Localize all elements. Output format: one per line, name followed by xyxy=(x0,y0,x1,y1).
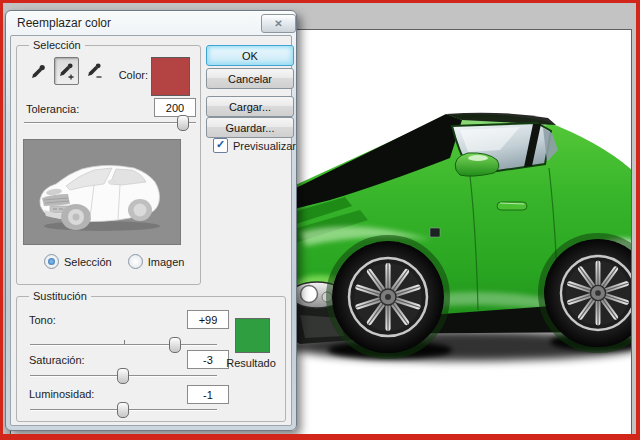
tolerance-slider[interactable] xyxy=(24,115,196,130)
add-eyedropper-icon xyxy=(58,63,75,80)
hue-slider-thumb[interactable] xyxy=(169,337,181,353)
dialog-title: Reemplazar color xyxy=(17,16,111,30)
color-label: Color: xyxy=(108,69,148,81)
lightness-label: Luminosidad: xyxy=(29,388,94,400)
check-icon: ✓ xyxy=(216,139,225,150)
tolerance-slider-thumb[interactable] xyxy=(177,115,189,131)
mode-image-label: Imagen xyxy=(148,256,185,268)
tolerance-slider-track[interactable] xyxy=(24,122,196,124)
load-button[interactable]: Cargar... xyxy=(206,96,294,117)
result-label: Resultado xyxy=(220,357,282,369)
lightness-slider-thumb[interactable] xyxy=(117,402,129,418)
preview-thumbnail xyxy=(24,140,180,244)
preview-checkbox-label: Previsualizar xyxy=(233,140,296,152)
eyedropper-icon xyxy=(30,63,47,80)
preview-mode-radios: Selección Imagen xyxy=(44,254,184,269)
saturation-slider-thumb[interactable] xyxy=(117,368,129,384)
selection-group-label: Selección xyxy=(29,39,85,51)
close-icon: ✕ xyxy=(274,18,282,29)
preview-checkbox[interactable]: ✓ xyxy=(213,138,228,153)
substitution-group-label: Sustitución xyxy=(29,290,91,302)
selected-color-swatch[interactable] xyxy=(151,57,190,96)
hue-slider-track[interactable] xyxy=(30,344,217,346)
substitution-group: Sustitución Tono: Saturación: Luminosida… xyxy=(16,296,286,422)
selection-preview[interactable] xyxy=(23,139,181,245)
eyedropper-tool[interactable] xyxy=(26,57,51,85)
mode-image-option[interactable]: Imagen xyxy=(128,254,185,269)
mode-selection-label: Selección xyxy=(64,256,112,268)
ok-button[interactable]: OK xyxy=(206,45,294,66)
hue-slider-center-tick xyxy=(124,340,125,344)
replace-color-dialog: Reemplazar color ✕ Selección xyxy=(5,10,297,431)
saturation-label: Saturación: xyxy=(29,354,85,366)
tolerance-label: Tolerancia: xyxy=(26,103,79,115)
preview-checkbox-row[interactable]: ✓ Previsualizar xyxy=(213,138,296,153)
eyedropper-tools xyxy=(26,57,107,85)
screenshot-root: Reemplazar color ✕ Selección xyxy=(0,0,640,440)
mode-image-radio[interactable] xyxy=(128,254,143,269)
hue-input[interactable] xyxy=(187,310,229,329)
subtract-eyedropper-tool[interactable] xyxy=(82,57,107,85)
subtract-eyedropper-icon xyxy=(86,63,103,80)
save-button[interactable]: Guardar... xyxy=(206,117,294,138)
radio-dot xyxy=(48,258,55,265)
mode-selection-radio[interactable] xyxy=(44,254,59,269)
add-eyedropper-tool[interactable] xyxy=(54,57,79,85)
close-button[interactable]: ✕ xyxy=(261,14,296,33)
result-color-swatch xyxy=(235,318,270,353)
lightness-slider[interactable] xyxy=(30,402,217,417)
mode-selection-option[interactable]: Selección xyxy=(44,254,112,269)
cancel-button[interactable]: Cancelar xyxy=(206,68,294,89)
hue-label: Tono: xyxy=(29,314,56,326)
saturation-slider[interactable] xyxy=(30,368,217,383)
